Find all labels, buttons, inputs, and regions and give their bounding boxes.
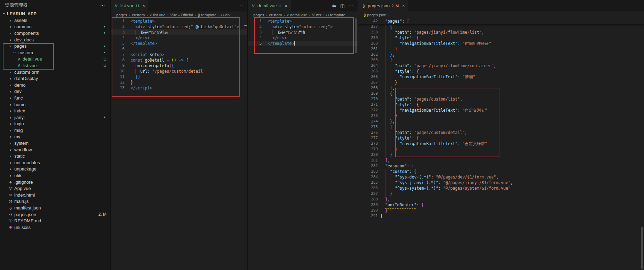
tree-item-datadisplay[interactable]: ›dataDisplay xyxy=(0,75,110,82)
scrollbar-thumb[interactable] xyxy=(355,18,357,53)
tree-item-main-js[interactable]: JSmain.js xyxy=(0,198,110,205)
tree-item-my[interactable]: ›my xyxy=(0,134,110,140)
breadcrumb-item[interactable]: template xyxy=(326,13,345,17)
indent-guide xyxy=(390,146,395,152)
indent-guide xyxy=(385,130,390,135)
indent-guide xyxy=(390,174,395,180)
breadcrumb-item[interactable]: custom xyxy=(269,13,282,17)
tree-item-jianyi[interactable]: ›jianyi● xyxy=(0,114,110,121)
breadcrumb-item[interactable]: {}pages.json xyxy=(364,13,387,17)
vue-icon: V xyxy=(150,13,152,17)
tree-item-pages[interactable]: ›pages● xyxy=(0,43,110,49)
tab-detail-vue[interactable]: Vdetail.vueU× xyxy=(248,0,291,11)
tree-item-uni-modules[interactable]: ›uni_modules xyxy=(0,159,110,166)
tree-item-assets[interactable]: ›assets xyxy=(0,17,110,24)
open-changes-icon[interactable]: ⇆ xyxy=(331,3,338,8)
close-icon[interactable]: × xyxy=(402,3,405,8)
tree-item-func[interactable]: ›func xyxy=(0,95,110,101)
tree-item-index[interactable]: ›index xyxy=(0,108,110,114)
project-root-label: LEARUN_APP xyxy=(7,11,37,16)
indent-guide xyxy=(390,180,395,185)
vue-file-icon: V xyxy=(16,57,22,61)
line-number: 266 xyxy=(358,74,380,80)
code-editor[interactable]: 42 "pages": [257 {258 "path": "pages/jia… xyxy=(358,18,644,270)
code-line: 263 { xyxy=(358,57,644,63)
editor-actions: ⋯ xyxy=(237,0,247,11)
code-line: 12} xyxy=(111,80,247,85)
tree-item-index-html[interactable]: <>index.html xyxy=(0,192,110,198)
breadcrumb-item[interactable]: pages xyxy=(116,13,127,17)
more-actions-icon[interactable]: ⋯ xyxy=(237,3,245,8)
code-line: 42 "pages": [ xyxy=(358,18,644,24)
code-line: 270 "path": "pages/custom/list", xyxy=(358,96,644,102)
line-number: 1 xyxy=(248,18,268,24)
breadcrumb-item[interactable]: div xyxy=(221,13,230,17)
more-actions-icon[interactable]: ⋯ xyxy=(100,2,105,8)
indent-guide xyxy=(380,174,385,180)
tree-item-demo[interactable]: ›demo xyxy=(0,82,110,88)
tab-pages-json[interactable]: {}pages.json2, M× xyxy=(358,0,408,11)
tree-item-detail-vue[interactable]: Vdetail.vueU xyxy=(0,56,110,63)
breadcrumb-item[interactable]: Vdetail.vue xyxy=(287,13,307,17)
tree-item-pages-json[interactable]: {}pages.json2, M xyxy=(0,211,110,218)
indent-guide xyxy=(135,30,140,35)
tree-item-gitignore[interactable]: ◆.gitignore xyxy=(0,179,110,185)
indent-guide xyxy=(385,119,390,124)
git-file-icon: ◆ xyxy=(8,180,13,184)
indent-guide xyxy=(380,185,385,191)
indent-guide xyxy=(380,30,385,35)
tree-item-common[interactable]: ›common● xyxy=(0,24,110,30)
tab-list-vue[interactable]: Vlist.vueU× xyxy=(111,0,148,11)
tab-label: detail.vue xyxy=(257,3,277,8)
line-number: 42 xyxy=(358,18,380,24)
indent-guide xyxy=(390,63,395,69)
split-editor-icon[interactable]: ◫ xyxy=(339,3,346,8)
tree-item-custom[interactable]: ›custom● xyxy=(0,49,110,56)
breadcrumb-item[interactable]: Vlist.vue xyxy=(150,13,165,17)
tree-item-readme-md[interactable]: ⓘREADME.md xyxy=(0,217,110,224)
tree-item-components[interactable]: ›components● xyxy=(0,30,110,37)
breadcrumb-item[interactable]: … xyxy=(391,13,395,17)
project-root-folder[interactable]: › LEARUN_APP xyxy=(0,10,110,17)
code-line: 8const goDetail = () => { xyxy=(111,57,247,63)
breadcrumb-item[interactable]: {}template xyxy=(198,13,216,17)
close-icon[interactable]: × xyxy=(285,3,287,8)
tree-item-workflow[interactable]: ›workflow xyxy=(0,146,110,153)
tree-item-dev[interactable]: ›dev xyxy=(0,88,110,95)
indent-guide xyxy=(380,135,385,141)
breadcrumb-item[interactable]: custom xyxy=(132,13,145,17)
indent-guide xyxy=(390,108,395,113)
tree-item-label: main.js xyxy=(14,199,29,204)
tree-item-manifest-json[interactable]: {}manifest.json xyxy=(0,205,110,211)
scrollbar-thumb[interactable] xyxy=(641,227,643,269)
more-actions-icon[interactable]: ⋯ xyxy=(347,3,355,8)
tree-item-login[interactable]: ›login xyxy=(0,121,110,127)
line-number: 265 xyxy=(358,69,380,74)
tree-item-system[interactable]: ›system xyxy=(0,140,110,146)
tree-item-app-vue[interactable]: VApp.vue xyxy=(0,185,110,192)
breadcrumb-item[interactable]: Vue - Official xyxy=(170,13,193,17)
tree-item-utils[interactable]: ›utils xyxy=(0,172,110,179)
tree-item-dev-docs[interactable]: ›dev_docs xyxy=(0,37,110,43)
code-editor[interactable]: 1<template>2 <div style="color: red;" @c… xyxy=(111,18,247,270)
tree-item-msg[interactable]: ›msg xyxy=(0,127,110,134)
md-file-icon: ⓘ xyxy=(8,218,13,223)
code-line: 1<template> xyxy=(248,18,358,24)
indent-guide xyxy=(135,69,140,74)
tree-item-list-vue[interactable]: Vlist.vueU xyxy=(0,62,110,69)
vue-file-icon: V xyxy=(114,4,119,8)
code-line: 261 } xyxy=(358,46,644,52)
breadcrumb-separator-icon: › xyxy=(218,13,220,17)
tree-item-static[interactable]: ›static xyxy=(0,153,110,159)
tree-item-unpackage[interactable]: ›unpackage xyxy=(0,166,110,173)
tree-item-label: list.vue xyxy=(23,63,37,68)
chevron-right-icon: › xyxy=(8,76,13,81)
code-editor[interactable]: 1<template>2 <div style="color: red;">3 … xyxy=(248,18,358,270)
tree-item-uni-scss[interactable]: ◉uni.scss xyxy=(0,224,110,231)
breadcrumb-item[interactable]: Vuter xyxy=(312,13,321,17)
close-icon[interactable]: × xyxy=(142,3,145,8)
breadcrumb-item[interactable]: pages xyxy=(253,13,264,17)
tree-item-home[interactable]: ›home xyxy=(0,101,110,108)
indent-guide xyxy=(385,124,390,130)
tree-item-customform[interactable]: ›customForm xyxy=(0,69,110,76)
